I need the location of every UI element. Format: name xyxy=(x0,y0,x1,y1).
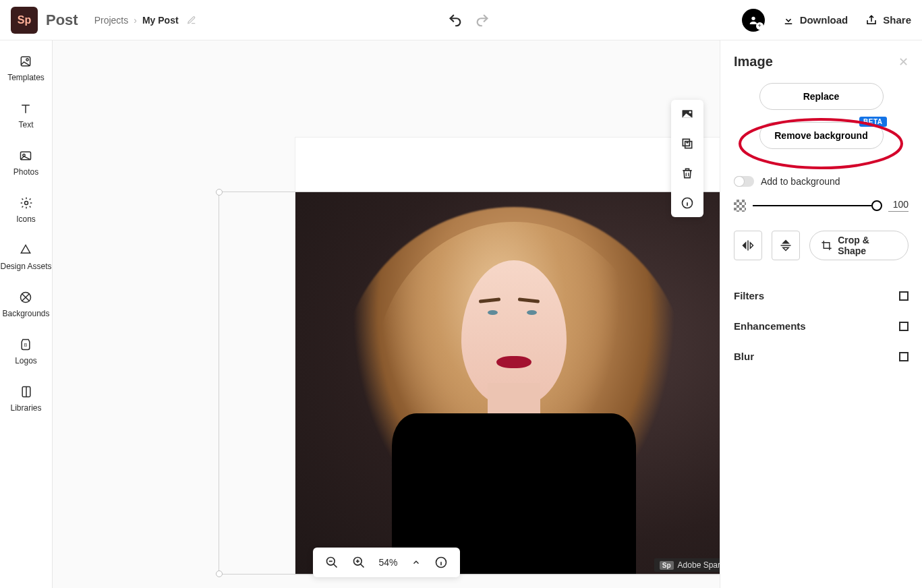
expand-icon xyxy=(899,291,909,301)
replace-button[interactable]: Replace xyxy=(759,83,884,110)
add-to-background-toggle[interactable] xyxy=(734,176,754,187)
breadcrumb-root[interactable]: Projects xyxy=(94,15,129,26)
canvas-area[interactable]: Sp Adobe Spark 54% xyxy=(53,40,720,588)
top-bar: Sp Post Projects › My Post + Download Sh… xyxy=(0,0,922,40)
zoom-in-icon[interactable] xyxy=(351,556,365,569)
product-name: Post xyxy=(46,11,78,29)
left-rail: Templates Text Photos Icons Design Asset… xyxy=(0,40,53,588)
chevron-right-icon: › xyxy=(134,15,137,26)
accordion-enhancements[interactable]: Enhancements xyxy=(734,311,909,341)
svg-text:B: B xyxy=(24,343,28,347)
resize-handle-nw[interactable] xyxy=(216,189,223,196)
rail-label: Logos xyxy=(15,356,37,365)
trash-icon[interactable] xyxy=(680,166,695,181)
expand-icon xyxy=(899,322,909,331)
zoom-value[interactable]: 54% xyxy=(378,557,397,568)
info-icon[interactable] xyxy=(434,556,448,569)
remove-bg-label: Remove background xyxy=(774,130,867,141)
crop-shape-button[interactable]: Crop & Shape xyxy=(809,231,909,260)
top-right-actions: + Download Share xyxy=(742,9,911,32)
remove-background-button[interactable]: Remove background BETA xyxy=(759,122,884,149)
opacity-icon xyxy=(734,200,746,212)
rail-label: Templates xyxy=(7,73,45,82)
logos-icon: B xyxy=(18,337,33,352)
templates-icon xyxy=(18,54,33,69)
svg-point-6 xyxy=(24,202,28,205)
backgrounds-icon xyxy=(18,290,33,305)
enhancements-label: Enhancements xyxy=(734,320,806,332)
redo-icon[interactable] xyxy=(475,13,490,28)
rail-label: Libraries xyxy=(10,403,41,413)
breadcrumb-current[interactable]: My Post xyxy=(142,15,179,26)
app-logo[interactable]: Sp xyxy=(11,7,38,34)
opacity-slider[interactable] xyxy=(753,205,882,206)
undo-icon[interactable] xyxy=(448,13,463,28)
app-logo-text: Sp xyxy=(18,14,31,26)
flip-horizontal-button[interactable] xyxy=(734,231,762,260)
rail-logos[interactable]: B Logos xyxy=(15,337,37,365)
photos-icon xyxy=(18,148,33,163)
slider-handle[interactable] xyxy=(871,200,882,211)
download-button[interactable]: Download xyxy=(782,14,848,26)
rail-text[interactable]: Text xyxy=(18,101,33,129)
rail-label: Text xyxy=(18,120,33,129)
resize-handle-sw[interactable] xyxy=(216,570,223,577)
zoom-bar: 54% xyxy=(312,548,459,577)
opacity-value[interactable]: 100 xyxy=(888,199,909,212)
breadcrumb: Projects › My Post xyxy=(94,15,196,26)
rail-label: Design Assets xyxy=(0,262,51,271)
expand-icon xyxy=(899,352,909,361)
rail-backgrounds[interactable]: Backgrounds xyxy=(2,290,49,318)
rail-icons[interactable]: Icons xyxy=(16,196,36,224)
properties-panel: Image ✕ Replace Remove background BETA A… xyxy=(720,40,922,588)
accordion-filters[interactable]: Filters xyxy=(734,281,909,311)
zoom-out-icon[interactable] xyxy=(324,556,338,569)
rail-libraries[interactable]: Libraries xyxy=(10,384,41,413)
flip-vertical-button[interactable] xyxy=(772,231,800,260)
shapes-icon xyxy=(18,243,33,258)
share-button[interactable]: Share xyxy=(865,14,911,26)
gear-icon xyxy=(19,196,34,210)
rail-label: Icons xyxy=(16,214,36,224)
svg-rect-1 xyxy=(784,23,792,24)
rail-photos[interactable]: Photos xyxy=(13,148,38,177)
undo-redo-group xyxy=(448,13,490,28)
share-label: Share xyxy=(883,14,911,26)
rail-templates[interactable]: Templates xyxy=(7,54,45,82)
rail-label: Photos xyxy=(13,167,38,177)
rail-design-assets[interactable]: Design Assets xyxy=(0,243,51,271)
rail-label: Backgrounds xyxy=(2,309,49,318)
image-tool-icon[interactable] xyxy=(680,107,695,121)
close-icon[interactable]: ✕ xyxy=(898,55,909,69)
blur-label: Blur xyxy=(734,351,754,362)
svg-point-3 xyxy=(26,59,28,61)
beta-badge: BETA xyxy=(859,117,886,127)
panel-title: Image xyxy=(734,54,773,69)
info-icon[interactable] xyxy=(680,196,695,210)
invite-button[interactable]: + xyxy=(742,9,765,32)
duplicate-icon[interactable] xyxy=(680,136,695,151)
accordion-blur[interactable]: Blur xyxy=(734,341,909,372)
replace-label: Replace xyxy=(803,91,840,102)
add-to-bg-label: Add to background xyxy=(761,176,840,187)
floating-toolbar xyxy=(671,100,703,217)
filters-label: Filters xyxy=(734,290,764,301)
selection-box[interactable] xyxy=(219,192,720,575)
svg-point-12 xyxy=(689,111,691,113)
pencil-icon[interactable] xyxy=(187,16,196,25)
chevron-up-icon[interactable] xyxy=(411,558,421,567)
crop-shape-label: Crop & Shape xyxy=(838,235,897,256)
svg-point-0 xyxy=(751,16,755,20)
download-label: Download xyxy=(800,14,848,26)
text-icon xyxy=(18,101,33,116)
plus-icon: + xyxy=(756,22,763,30)
svg-rect-14 xyxy=(683,139,689,146)
libraries-icon xyxy=(19,384,34,399)
